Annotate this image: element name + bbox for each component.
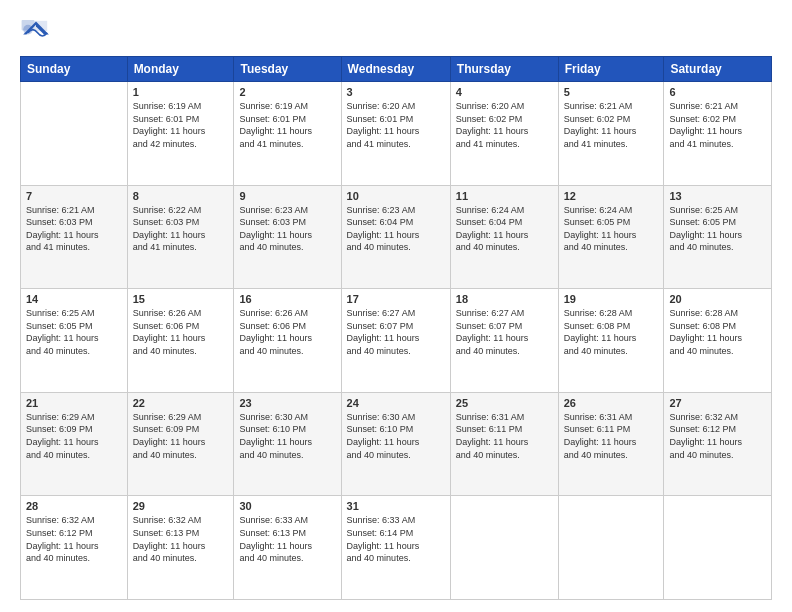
weekday-header-row: SundayMondayTuesdayWednesdayThursdayFrid… bbox=[21, 57, 772, 82]
calendar-cell bbox=[664, 496, 772, 600]
day-info: Sunrise: 6:30 AM Sunset: 6:10 PM Dayligh… bbox=[347, 411, 445, 461]
weekday-header-friday: Friday bbox=[558, 57, 664, 82]
day-number: 7 bbox=[26, 190, 122, 202]
calendar-cell: 2Sunrise: 6:19 AM Sunset: 6:01 PM Daylig… bbox=[234, 82, 341, 186]
day-info: Sunrise: 6:29 AM Sunset: 6:09 PM Dayligh… bbox=[26, 411, 122, 461]
day-info: Sunrise: 6:33 AM Sunset: 6:13 PM Dayligh… bbox=[239, 514, 335, 564]
day-info: Sunrise: 6:28 AM Sunset: 6:08 PM Dayligh… bbox=[669, 307, 766, 357]
calendar-cell: 23Sunrise: 6:30 AM Sunset: 6:10 PM Dayli… bbox=[234, 392, 341, 496]
day-number: 19 bbox=[564, 293, 659, 305]
day-number: 18 bbox=[456, 293, 553, 305]
day-info: Sunrise: 6:26 AM Sunset: 6:06 PM Dayligh… bbox=[133, 307, 229, 357]
day-info: Sunrise: 6:20 AM Sunset: 6:02 PM Dayligh… bbox=[456, 100, 553, 150]
weekday-header-wednesday: Wednesday bbox=[341, 57, 450, 82]
calendar-cell: 24Sunrise: 6:30 AM Sunset: 6:10 PM Dayli… bbox=[341, 392, 450, 496]
calendar-cell bbox=[558, 496, 664, 600]
day-number: 27 bbox=[669, 397, 766, 409]
calendar-table: SundayMondayTuesdayWednesdayThursdayFrid… bbox=[20, 56, 772, 600]
day-info: Sunrise: 6:26 AM Sunset: 6:06 PM Dayligh… bbox=[239, 307, 335, 357]
day-number: 2 bbox=[239, 86, 335, 98]
day-number: 17 bbox=[347, 293, 445, 305]
day-number: 3 bbox=[347, 86, 445, 98]
day-info: Sunrise: 6:22 AM Sunset: 6:03 PM Dayligh… bbox=[133, 204, 229, 254]
day-number: 20 bbox=[669, 293, 766, 305]
calendar-cell: 26Sunrise: 6:31 AM Sunset: 6:11 PM Dayli… bbox=[558, 392, 664, 496]
calendar-cell: 8Sunrise: 6:22 AM Sunset: 6:03 PM Daylig… bbox=[127, 185, 234, 289]
weekday-header-thursday: Thursday bbox=[450, 57, 558, 82]
day-info: Sunrise: 6:27 AM Sunset: 6:07 PM Dayligh… bbox=[347, 307, 445, 357]
day-number: 1 bbox=[133, 86, 229, 98]
day-info: Sunrise: 6:29 AM Sunset: 6:09 PM Dayligh… bbox=[133, 411, 229, 461]
weekday-header-sunday: Sunday bbox=[21, 57, 128, 82]
weekday-header-saturday: Saturday bbox=[664, 57, 772, 82]
day-number: 21 bbox=[26, 397, 122, 409]
day-info: Sunrise: 6:31 AM Sunset: 6:11 PM Dayligh… bbox=[456, 411, 553, 461]
calendar-cell: 18Sunrise: 6:27 AM Sunset: 6:07 PM Dayli… bbox=[450, 289, 558, 393]
calendar-cell: 9Sunrise: 6:23 AM Sunset: 6:03 PM Daylig… bbox=[234, 185, 341, 289]
day-info: Sunrise: 6:19 AM Sunset: 6:01 PM Dayligh… bbox=[133, 100, 229, 150]
logo bbox=[20, 18, 56, 46]
calendar-cell: 3Sunrise: 6:20 AM Sunset: 6:01 PM Daylig… bbox=[341, 82, 450, 186]
day-number: 16 bbox=[239, 293, 335, 305]
day-number: 6 bbox=[669, 86, 766, 98]
header bbox=[20, 18, 772, 46]
calendar-cell: 14Sunrise: 6:25 AM Sunset: 6:05 PM Dayli… bbox=[21, 289, 128, 393]
calendar-cell: 1Sunrise: 6:19 AM Sunset: 6:01 PM Daylig… bbox=[127, 82, 234, 186]
calendar-week-row: 14Sunrise: 6:25 AM Sunset: 6:05 PM Dayli… bbox=[21, 289, 772, 393]
day-number: 13 bbox=[669, 190, 766, 202]
calendar-cell: 29Sunrise: 6:32 AM Sunset: 6:13 PM Dayli… bbox=[127, 496, 234, 600]
day-info: Sunrise: 6:21 AM Sunset: 6:02 PM Dayligh… bbox=[669, 100, 766, 150]
calendar-cell: 6Sunrise: 6:21 AM Sunset: 6:02 PM Daylig… bbox=[664, 82, 772, 186]
day-number: 9 bbox=[239, 190, 335, 202]
calendar-cell: 10Sunrise: 6:23 AM Sunset: 6:04 PM Dayli… bbox=[341, 185, 450, 289]
day-number: 14 bbox=[26, 293, 122, 305]
day-info: Sunrise: 6:23 AM Sunset: 6:03 PM Dayligh… bbox=[239, 204, 335, 254]
day-info: Sunrise: 6:24 AM Sunset: 6:04 PM Dayligh… bbox=[456, 204, 553, 254]
day-number: 22 bbox=[133, 397, 229, 409]
calendar-cell: 17Sunrise: 6:27 AM Sunset: 6:07 PM Dayli… bbox=[341, 289, 450, 393]
calendar-cell: 5Sunrise: 6:21 AM Sunset: 6:02 PM Daylig… bbox=[558, 82, 664, 186]
day-number: 29 bbox=[133, 500, 229, 512]
weekday-header-monday: Monday bbox=[127, 57, 234, 82]
calendar-cell bbox=[21, 82, 128, 186]
calendar-cell: 12Sunrise: 6:24 AM Sunset: 6:05 PM Dayli… bbox=[558, 185, 664, 289]
calendar-cell: 11Sunrise: 6:24 AM Sunset: 6:04 PM Dayli… bbox=[450, 185, 558, 289]
calendar-week-row: 7Sunrise: 6:21 AM Sunset: 6:03 PM Daylig… bbox=[21, 185, 772, 289]
day-info: Sunrise: 6:28 AM Sunset: 6:08 PM Dayligh… bbox=[564, 307, 659, 357]
weekday-header-tuesday: Tuesday bbox=[234, 57, 341, 82]
day-number: 10 bbox=[347, 190, 445, 202]
calendar-cell: 22Sunrise: 6:29 AM Sunset: 6:09 PM Dayli… bbox=[127, 392, 234, 496]
day-info: Sunrise: 6:19 AM Sunset: 6:01 PM Dayligh… bbox=[239, 100, 335, 150]
day-info: Sunrise: 6:32 AM Sunset: 6:12 PM Dayligh… bbox=[26, 514, 122, 564]
calendar-cell: 7Sunrise: 6:21 AM Sunset: 6:03 PM Daylig… bbox=[21, 185, 128, 289]
day-info: Sunrise: 6:32 AM Sunset: 6:12 PM Dayligh… bbox=[669, 411, 766, 461]
calendar-cell: 28Sunrise: 6:32 AM Sunset: 6:12 PM Dayli… bbox=[21, 496, 128, 600]
calendar-cell: 15Sunrise: 6:26 AM Sunset: 6:06 PM Dayli… bbox=[127, 289, 234, 393]
calendar-cell: 27Sunrise: 6:32 AM Sunset: 6:12 PM Dayli… bbox=[664, 392, 772, 496]
day-number: 26 bbox=[564, 397, 659, 409]
calendar-cell: 19Sunrise: 6:28 AM Sunset: 6:08 PM Dayli… bbox=[558, 289, 664, 393]
calendar-cell bbox=[450, 496, 558, 600]
day-info: Sunrise: 6:20 AM Sunset: 6:01 PM Dayligh… bbox=[347, 100, 445, 150]
day-number: 5 bbox=[564, 86, 659, 98]
day-number: 23 bbox=[239, 397, 335, 409]
logo-icon bbox=[20, 18, 52, 46]
day-info: Sunrise: 6:33 AM Sunset: 6:14 PM Dayligh… bbox=[347, 514, 445, 564]
day-number: 4 bbox=[456, 86, 553, 98]
day-info: Sunrise: 6:24 AM Sunset: 6:05 PM Dayligh… bbox=[564, 204, 659, 254]
day-info: Sunrise: 6:30 AM Sunset: 6:10 PM Dayligh… bbox=[239, 411, 335, 461]
day-info: Sunrise: 6:25 AM Sunset: 6:05 PM Dayligh… bbox=[669, 204, 766, 254]
day-number: 28 bbox=[26, 500, 122, 512]
day-number: 24 bbox=[347, 397, 445, 409]
page: SundayMondayTuesdayWednesdayThursdayFrid… bbox=[0, 0, 792, 612]
day-number: 25 bbox=[456, 397, 553, 409]
calendar-cell: 16Sunrise: 6:26 AM Sunset: 6:06 PM Dayli… bbox=[234, 289, 341, 393]
day-number: 11 bbox=[456, 190, 553, 202]
day-info: Sunrise: 6:21 AM Sunset: 6:02 PM Dayligh… bbox=[564, 100, 659, 150]
day-number: 31 bbox=[347, 500, 445, 512]
day-info: Sunrise: 6:21 AM Sunset: 6:03 PM Dayligh… bbox=[26, 204, 122, 254]
day-number: 15 bbox=[133, 293, 229, 305]
day-number: 30 bbox=[239, 500, 335, 512]
calendar-cell: 4Sunrise: 6:20 AM Sunset: 6:02 PM Daylig… bbox=[450, 82, 558, 186]
day-info: Sunrise: 6:32 AM Sunset: 6:13 PM Dayligh… bbox=[133, 514, 229, 564]
